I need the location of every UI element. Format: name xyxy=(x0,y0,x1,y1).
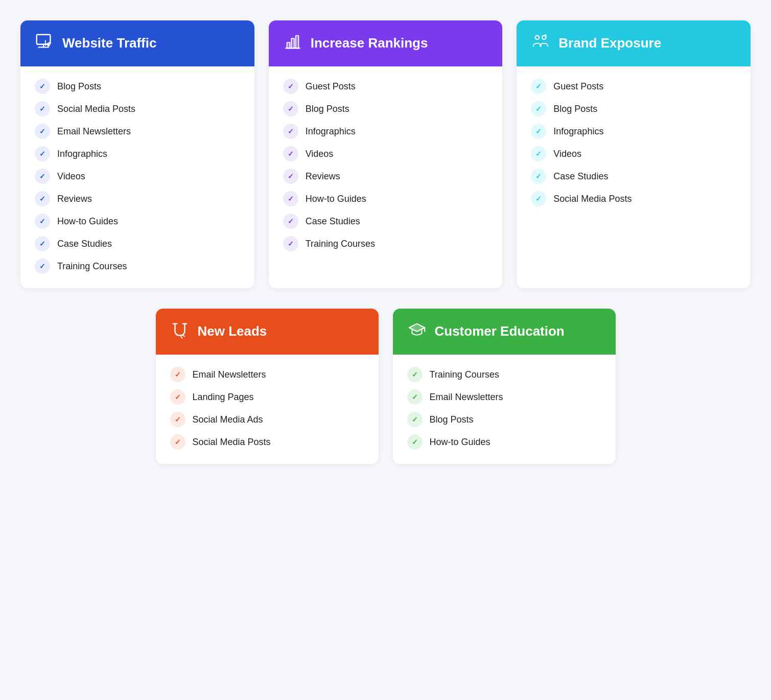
svg-point-7 xyxy=(535,36,540,40)
check-icon xyxy=(531,124,546,139)
magnet-icon xyxy=(170,320,190,343)
bottom-row: New Leads Email Newsletters Landing Page… xyxy=(156,309,616,464)
list-item: Email Newsletters xyxy=(407,389,601,405)
svg-rect-5 xyxy=(291,38,294,48)
list-item: Social Media Posts xyxy=(170,434,364,450)
graduation-icon xyxy=(407,320,427,343)
new-leads-title: New Leads xyxy=(198,323,267,339)
check-icon xyxy=(170,367,185,382)
chart-icon xyxy=(283,32,302,55)
list-item: Blog Posts xyxy=(407,412,601,427)
increase-rankings-header: Increase Rankings xyxy=(269,20,503,66)
increase-rankings-list: Guest Posts Blog Posts Infographics Vide… xyxy=(283,79,488,251)
top-row: Website Traffic Blog Posts Social Media … xyxy=(20,20,751,288)
check-icon xyxy=(531,191,546,206)
check-icon xyxy=(283,191,298,206)
list-item: How-to Guides xyxy=(407,434,601,450)
check-icon xyxy=(531,146,546,161)
list-item: Case Studies xyxy=(35,236,240,251)
website-traffic-body: Blog Posts Social Media Posts Email News… xyxy=(20,66,254,288)
new-leads-card: New Leads Email Newsletters Landing Page… xyxy=(156,309,379,464)
check-icon xyxy=(283,214,298,229)
check-icon xyxy=(35,169,50,184)
new-leads-header: New Leads xyxy=(156,309,379,355)
list-item: Infographics xyxy=(283,124,488,139)
list-item: Social Media Posts xyxy=(35,101,240,116)
check-icon xyxy=(283,101,298,116)
website-traffic-card: Website Traffic Blog Posts Social Media … xyxy=(20,20,254,288)
brand-exposure-body: Guest Posts Blog Posts Infographics Vide… xyxy=(517,66,751,221)
list-item: Email Newsletters xyxy=(35,124,240,139)
website-traffic-list: Blog Posts Social Media Posts Email News… xyxy=(35,79,240,274)
check-icon xyxy=(35,124,50,139)
check-icon xyxy=(35,191,50,206)
website-traffic-title: Website Traffic xyxy=(62,35,156,51)
list-item: Case Studies xyxy=(531,169,736,184)
list-item: Training Courses xyxy=(283,236,488,251)
svg-rect-6 xyxy=(295,36,298,49)
check-icon xyxy=(35,214,50,229)
svg-marker-15 xyxy=(409,324,424,332)
check-icon xyxy=(531,101,546,116)
check-icon xyxy=(407,434,423,450)
check-icon xyxy=(531,79,546,94)
list-item: Infographics xyxy=(531,124,736,139)
increase-rankings-title: Increase Rankings xyxy=(311,35,428,51)
list-item: Social Media Ads xyxy=(170,412,364,427)
list-item: Reviews xyxy=(283,169,488,184)
svg-line-14 xyxy=(182,335,184,336)
people-icon xyxy=(531,32,550,55)
check-icon xyxy=(170,389,185,405)
list-item: Training Courses xyxy=(35,259,240,274)
customer-education-title: Customer Education xyxy=(435,323,565,339)
list-item: Videos xyxy=(283,146,488,161)
customer-education-header: Customer Education xyxy=(393,309,616,355)
list-item: Landing Pages xyxy=(170,389,364,405)
list-item: Social Media Posts xyxy=(531,191,736,206)
increase-rankings-card: Increase Rankings Guest Posts Blog Posts… xyxy=(269,20,503,288)
list-item: Reviews xyxy=(35,191,240,206)
list-item: How-to Guides xyxy=(283,191,488,206)
check-icon xyxy=(283,169,298,184)
check-icon xyxy=(35,101,50,116)
check-icon xyxy=(35,79,50,94)
customer-education-body: Training Courses Email Newsletters Blog … xyxy=(393,355,616,464)
check-icon xyxy=(283,236,298,251)
check-icon xyxy=(531,169,546,184)
customer-education-list: Training Courses Email Newsletters Blog … xyxy=(407,367,601,450)
list-item: Infographics xyxy=(35,146,240,161)
increase-rankings-body: Guest Posts Blog Posts Infographics Vide… xyxy=(269,66,503,266)
check-icon xyxy=(283,79,298,94)
check-icon xyxy=(35,259,50,274)
check-icon xyxy=(407,367,423,382)
brand-exposure-title: Brand Exposure xyxy=(558,35,661,51)
new-leads-body: Email Newsletters Landing Pages Social M… xyxy=(156,355,379,464)
list-item: Training Courses xyxy=(407,367,601,382)
list-item: Blog Posts xyxy=(35,79,240,94)
list-item: Email Newsletters xyxy=(170,367,364,382)
check-icon xyxy=(407,412,423,427)
brand-exposure-header: Brand Exposure xyxy=(517,20,751,66)
computer-icon xyxy=(35,32,54,55)
check-icon xyxy=(283,146,298,161)
check-icon xyxy=(407,389,423,405)
svg-line-13 xyxy=(180,336,182,338)
check-icon xyxy=(35,236,50,251)
new-leads-list: Email Newsletters Landing Pages Social M… xyxy=(170,367,364,450)
list-item: Videos xyxy=(531,146,736,161)
brand-exposure-list: Guest Posts Blog Posts Infographics Vide… xyxy=(531,79,736,206)
check-icon xyxy=(283,124,298,139)
brand-exposure-card: Brand Exposure Guest Posts Blog Posts In… xyxy=(517,20,751,288)
list-item: Blog Posts xyxy=(283,101,488,116)
list-item: Guest Posts xyxy=(531,79,736,94)
list-item: Videos xyxy=(35,169,240,184)
check-icon xyxy=(170,412,185,427)
list-item: Guest Posts xyxy=(283,79,488,94)
list-item: Blog Posts xyxy=(531,101,736,116)
list-item: How-to Guides xyxy=(35,214,240,229)
check-icon xyxy=(35,146,50,161)
svg-rect-4 xyxy=(287,42,290,48)
check-icon xyxy=(170,434,185,450)
customer-education-card: Customer Education Training Courses Emai… xyxy=(393,309,616,464)
list-item: Case Studies xyxy=(283,214,488,229)
